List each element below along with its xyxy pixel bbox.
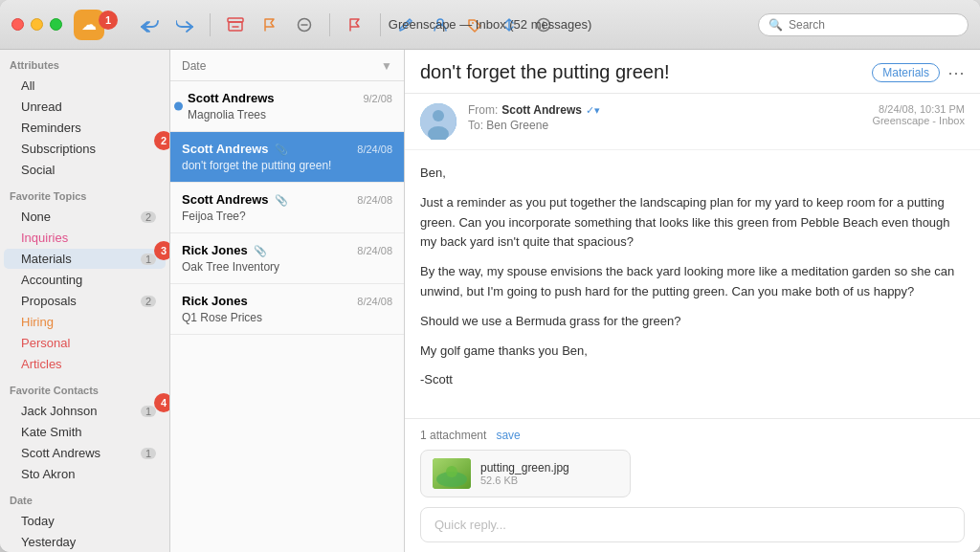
email-header-actions: Materials ⋯ [872,62,965,83]
sidebar-item-all[interactable]: All [4,76,166,96]
message-date: 8/24/08 [357,296,392,307]
sidebar-item-all-label: All [21,78,156,93]
sidebar-item-none-label: None [21,210,141,224]
flag2-button[interactable] [342,11,368,38]
body-paragraph-4: My golf game thanks you Ben, [420,342,965,362]
svg-point-8 [433,110,444,121]
sidebar: Attributes All Unread Reminders Subscrip… [0,50,170,552]
close-button[interactable] [11,18,24,31]
message-sender: Scott Andrews 📎 [182,142,288,156]
message-sender: Scott Andrews [188,91,275,105]
sidebar-item-inquiries[interactable]: Inquiries [4,228,166,248]
attachment-header: 1 attachment save [420,429,965,442]
sidebar-item-proposals[interactable]: Proposals 2 [4,291,166,311]
message-items: Scott Andrews 9/2/08 Magnolia Trees Scot… [170,81,404,552]
reply-all-button[interactable] [137,11,164,38]
search-box[interactable]: 🔍 [758,13,969,36]
separator-3 [380,13,381,36]
message-date: 9/2/08 [363,93,392,104]
sidebar-item-inquiries-label: Inquiries [21,231,156,245]
sidebar-item-personal[interactable]: Personal [4,333,166,353]
titlebar: ☁ 1 [0,0,980,50]
attachment-info: putting_green.jpg 52.6 KB [480,461,569,486]
email-from-name: Scott Andrews [501,103,582,117]
sidebar-item-subscriptions[interactable]: Subscriptions 2 [4,139,166,159]
message-item[interactable]: Scott Andrews 9/2/08 Magnolia Trees [170,81,404,132]
email-viewer: don't forget the putting green! Material… [405,50,980,552]
message-item[interactable]: Rick Jones 📎 8/24/08 Oak Tree Inventory [170,233,404,284]
sidebar-item-jack-johnson[interactable]: Jack Johnson 1 4 [4,401,166,421]
attachment-icon: 📎 [275,194,288,206]
email-subject: don't forget the putting green! [420,61,872,83]
message-item-header: Rick Jones 8/24/08 [182,294,392,308]
unread-dot [174,102,183,111]
sidebar-item-articles[interactable]: Articles [4,354,166,374]
sidebar-item-personal-label: Personal [21,336,156,350]
email-from-line: From: Scott Andrews ✓▾ [468,103,860,117]
sort-chevron[interactable]: ▼ [381,59,392,73]
sidebar-item-hiring-label: Hiring [21,315,156,329]
body-paragraph-1: Just a reminder as you put together the … [420,193,965,253]
sidebar-item-reminders[interactable]: Reminders [4,118,166,138]
email-header: don't forget the putting green! Material… [405,50,980,94]
materials-tag-badge[interactable]: Materials [872,63,940,82]
sidebar-item-articles-label: Articles [21,357,156,371]
attachment-icon: 📎 [275,144,288,155]
body-paragraph-5: -Scott [420,370,965,390]
sidebar-item-hiring[interactable]: Hiring [4,312,166,332]
message-date: 8/24/08 [357,144,392,155]
separator-2 [329,13,330,36]
body-paragraph-3: Should we use a Bermuda grass for the gr… [420,312,965,332]
sort-label: Date [182,59,206,73]
sidebar-item-yesterday[interactable]: Yesterday [4,532,166,552]
quick-reply-field[interactable]: Quick reply... [420,507,965,542]
flag-button[interactable] [256,11,283,38]
proposals-count: 2 [141,296,156,307]
message-item-selected[interactable]: Scott Andrews 📎 8/24/08 don't forget the… [170,132,404,183]
sidebar-item-materials[interactable]: Materials 1 3 [4,249,166,269]
sidebar-item-none[interactable]: None 2 [4,207,166,227]
archive-button[interactable] [222,11,249,38]
annotation-1: 1 [99,11,118,30]
body-paragraph-2: By the way, my spouse envisions the back… [420,262,965,302]
more-options-button[interactable]: ⋯ [947,62,965,83]
window-title: Greenscape — Inbox (52 messages) [389,17,591,32]
app-window: ☁ 1 [0,0,980,552]
sidebar-item-scott-andrews[interactable]: Scott Andrews 1 [4,443,166,463]
message-date: 8/24/08 [357,245,392,256]
email-inbox-label: Greenscape - Inbox [872,115,965,126]
attachment-size: 52.6 KB [480,475,569,486]
sidebar-item-unread-label: Unread [21,99,156,114]
message-subject: Feijoa Tree? [182,210,392,223]
forward-button[interactable] [171,11,198,38]
annotation-2: 2 [154,131,170,150]
delete-button[interactable] [291,11,318,38]
sidebar-item-sto-akron[interactable]: Sto Akron [4,464,166,484]
message-sender: Rick Jones [182,294,248,308]
separator-1 [210,13,211,36]
attachment-count: 1 attachment [420,429,486,442]
attachment-card[interactable]: putting_green.jpg 52.6 KB [420,450,631,497]
attachment-name: putting_green.jpg [480,461,569,475]
email-to-line: To: Ben Greene [468,119,860,132]
date-header: Date [0,485,169,510]
search-input[interactable] [789,18,958,32]
maximize-button[interactable] [50,18,62,31]
message-item[interactable]: Rick Jones 8/24/08 Q1 Rose Prices [170,284,404,335]
favorite-contacts-header: Favorite Contacts [0,375,169,400]
yesterday-label: Yesterday [21,535,156,549]
none-count: 2 [141,211,156,223]
minimize-button[interactable] [31,18,43,31]
today-label: Today [21,514,156,528]
message-date: 8/24/08 [357,194,392,206]
message-item-header: Rick Jones 📎 8/24/08 [182,243,392,257]
sidebar-item-unread[interactable]: Unread [4,97,166,117]
sidebar-item-social[interactable]: Social [4,160,166,180]
message-item-header: Scott Andrews 9/2/08 [188,91,392,105]
attachment-save-button[interactable]: save [496,429,520,442]
message-item[interactable]: Scott Andrews 📎 8/24/08 Feijoa Tree? [170,183,404,233]
sidebar-item-kate-smith[interactable]: Kate Smith [4,422,166,442]
message-subject: don't forget the putting green! [182,159,392,172]
sidebar-item-today[interactable]: Today [4,511,166,531]
sidebar-item-accounting[interactable]: Accounting [4,270,166,290]
